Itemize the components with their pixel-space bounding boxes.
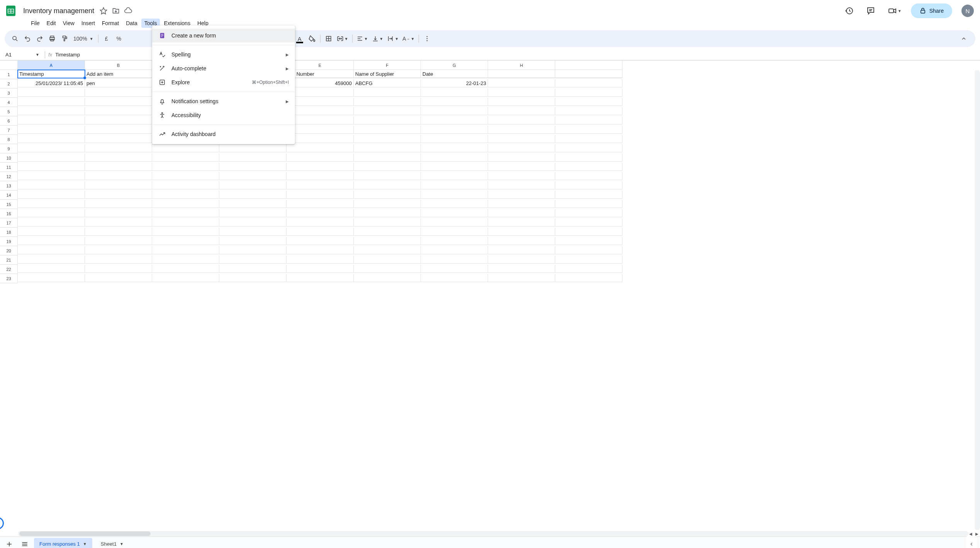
cell[interactable] (488, 79, 555, 87)
menu-accessibility[interactable]: Accessibility (152, 108, 295, 122)
name-box[interactable]: A1 ▼ (3, 52, 42, 58)
cell[interactable] (18, 144, 85, 152)
cell[interactable] (18, 163, 85, 171)
cell[interactable] (219, 200, 287, 208)
cell[interactable] (85, 172, 152, 180)
cell[interactable] (354, 209, 421, 217)
cell[interactable] (354, 265, 421, 273)
merge-cells-icon[interactable]: ▼ (335, 33, 350, 44)
cell[interactable] (18, 228, 85, 236)
cell[interactable] (488, 237, 555, 245)
cell[interactable] (354, 126, 421, 134)
cell[interactable] (18, 98, 85, 106)
cell[interactable] (488, 126, 555, 134)
cell[interactable] (488, 265, 555, 273)
collapse-toolbar-icon[interactable] (957, 32, 971, 46)
cell[interactable] (219, 218, 287, 226)
select-all-corner[interactable] (0, 61, 18, 70)
cell[interactable] (18, 135, 85, 143)
history-icon[interactable] (841, 3, 857, 19)
row-header[interactable]: 17 (0, 218, 18, 228)
cell[interactable]: Add an item (85, 70, 152, 78)
cell[interactable] (219, 246, 287, 254)
cell[interactable] (287, 163, 354, 171)
cell[interactable] (354, 255, 421, 264)
cell[interactable] (152, 144, 219, 152)
column-header[interactable]: B (85, 61, 152, 70)
cell[interactable] (18, 126, 85, 134)
cell[interactable] (85, 153, 152, 162)
cell[interactable] (421, 228, 488, 236)
cell[interactable] (152, 255, 219, 264)
menu-autocomplete[interactable]: Auto-complete ▶ (152, 61, 295, 75)
row-header[interactable]: 16 (0, 209, 18, 218)
cell[interactable] (85, 163, 152, 171)
cell[interactable] (152, 200, 219, 208)
cell[interactable] (555, 98, 622, 106)
cell[interactable] (354, 116, 421, 124)
cell[interactable] (421, 181, 488, 189)
cell[interactable] (354, 98, 421, 106)
cell[interactable] (287, 107, 354, 115)
cell[interactable] (219, 255, 287, 264)
cell[interactable] (421, 200, 488, 208)
cell[interactable] (287, 191, 354, 199)
cell[interactable] (152, 172, 219, 180)
cell[interactable] (85, 228, 152, 236)
show-side-panel-icon[interactable] (966, 536, 977, 548)
column-header[interactable]: A (18, 61, 85, 70)
cell[interactable] (354, 172, 421, 180)
redo-icon[interactable] (34, 33, 46, 44)
cell[interactable] (85, 126, 152, 134)
cell[interactable] (152, 181, 219, 189)
cell[interactable] (287, 228, 354, 236)
cell[interactable] (421, 116, 488, 124)
text-rotation-icon[interactable]: A→▼ (401, 33, 416, 44)
cell[interactable] (85, 265, 152, 273)
cell[interactable] (287, 209, 354, 217)
row-header[interactable]: 22 (0, 265, 18, 274)
cell[interactable] (287, 274, 354, 282)
account-avatar[interactable]: N (961, 5, 974, 17)
row-header[interactable]: 12 (0, 172, 18, 181)
cell[interactable] (18, 181, 85, 189)
cell[interactable] (488, 228, 555, 236)
cell[interactable] (555, 88, 622, 97)
menu-data[interactable]: Data (123, 19, 141, 28)
cell[interactable] (555, 172, 622, 180)
column-header[interactable]: H (488, 61, 555, 70)
paint-format-icon[interactable] (59, 33, 70, 44)
cell[interactable] (488, 107, 555, 115)
cell[interactable] (421, 218, 488, 226)
cell[interactable] (354, 200, 421, 208)
cell[interactable] (219, 228, 287, 236)
cell[interactable] (18, 218, 85, 226)
cell[interactable] (287, 126, 354, 134)
cell[interactable] (488, 88, 555, 97)
currency-button[interactable]: £ (101, 33, 112, 44)
cell[interactable] (421, 191, 488, 199)
cell[interactable] (555, 255, 622, 264)
row-header[interactable]: 15 (0, 200, 18, 209)
cell[interactable] (421, 98, 488, 106)
cell[interactable] (421, 107, 488, 115)
cell[interactable] (85, 107, 152, 115)
cell[interactable] (287, 265, 354, 273)
cell[interactable] (18, 88, 85, 97)
cell[interactable] (287, 246, 354, 254)
cell[interactable]: Name of Supplier (354, 70, 421, 78)
row-header[interactable]: 21 (0, 255, 18, 265)
cell[interactable] (488, 209, 555, 217)
cell[interactable] (421, 255, 488, 264)
cell[interactable] (219, 209, 287, 217)
cell[interactable] (219, 181, 287, 189)
menu-format[interactable]: Format (99, 19, 122, 28)
cell[interactable] (85, 274, 152, 282)
cell[interactable] (488, 153, 555, 162)
cell[interactable] (85, 209, 152, 217)
column-header[interactable]: F (354, 61, 421, 70)
cell[interactable] (287, 218, 354, 226)
scroll-left-icon[interactable]: ◀ (968, 531, 974, 536)
sheet-tab-menu-icon[interactable]: ▼ (120, 542, 124, 546)
cell[interactable] (488, 181, 555, 189)
